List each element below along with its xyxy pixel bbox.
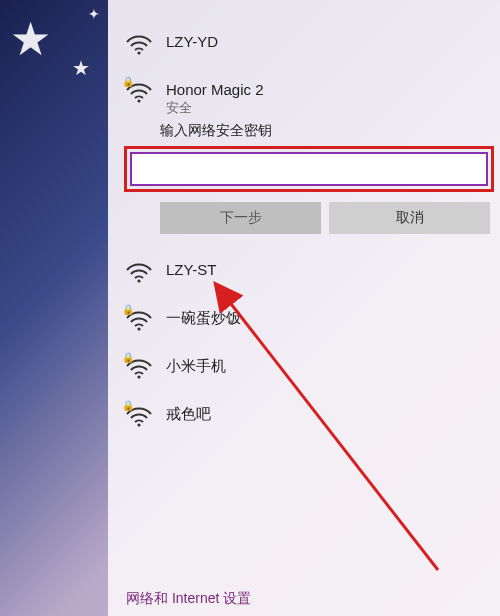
wifi-item[interactable]: 🔒 一碗蛋炒饭 (108, 296, 500, 344)
lock-icon: 🔒 (122, 304, 134, 315)
wifi-name: Honor Magic 2 (166, 80, 264, 100)
wifi-name: 小米手机 (166, 356, 226, 376)
wifi-item[interactable]: 🔒 小米手机 (108, 344, 500, 392)
lock-icon: 🔒 (122, 352, 134, 363)
svg-point-4 (137, 376, 140, 379)
svg-point-2 (137, 280, 140, 283)
wifi-signal-icon (126, 34, 152, 56)
svg-point-3 (137, 328, 140, 331)
cancel-button[interactable]: 取消 (329, 202, 490, 234)
lock-icon: 🔒 (122, 76, 134, 87)
button-row: 下一步 取消 (160, 202, 490, 234)
wifi-name: 戒色吧 (166, 404, 211, 424)
wifi-signal-secured-icon: 🔒 (126, 358, 152, 380)
wifi-item[interactable]: LZY-YD (108, 20, 500, 68)
connect-block: 输入网络安全密钥 下一步 取消 (108, 116, 500, 248)
annotation-highlight (124, 146, 494, 192)
wifi-signal-secured-icon: 🔒 (126, 310, 152, 332)
wifi-item[interactable]: LZY-ST (108, 248, 500, 296)
wifi-name: LZY-YD (166, 32, 218, 52)
network-settings-link[interactable]: 网络和 Internet 设置 (108, 576, 500, 616)
svg-point-0 (137, 51, 140, 54)
wifi-item-selected[interactable]: 🔒 Honor Magic 2 安全 (108, 68, 500, 116)
next-button[interactable]: 下一步 (160, 202, 321, 234)
wifi-security-label: 安全 (166, 100, 264, 117)
lock-icon: 🔒 (122, 400, 134, 411)
wifi-signal-secured-icon: 🔒 (126, 406, 152, 428)
password-input[interactable] (130, 152, 488, 186)
svg-point-5 (137, 424, 140, 427)
wifi-signal-secured-icon: 🔒 (126, 82, 152, 104)
wifi-flyout: LZY-YD 🔒 Honor Magic 2 安全 输入网络安全密钥 下一步 取… (108, 0, 500, 616)
password-prompt: 输入网络安全密钥 (160, 122, 490, 140)
wifi-list: LZY-YD 🔒 Honor Magic 2 安全 输入网络安全密钥 下一步 取… (108, 0, 500, 576)
wifi-name: 一碗蛋炒饭 (166, 308, 241, 328)
wifi-item[interactable]: 🔒 戒色吧 (108, 392, 500, 440)
wifi-signal-icon (126, 262, 152, 284)
svg-point-1 (137, 99, 140, 102)
wifi-name: LZY-ST (166, 260, 216, 280)
